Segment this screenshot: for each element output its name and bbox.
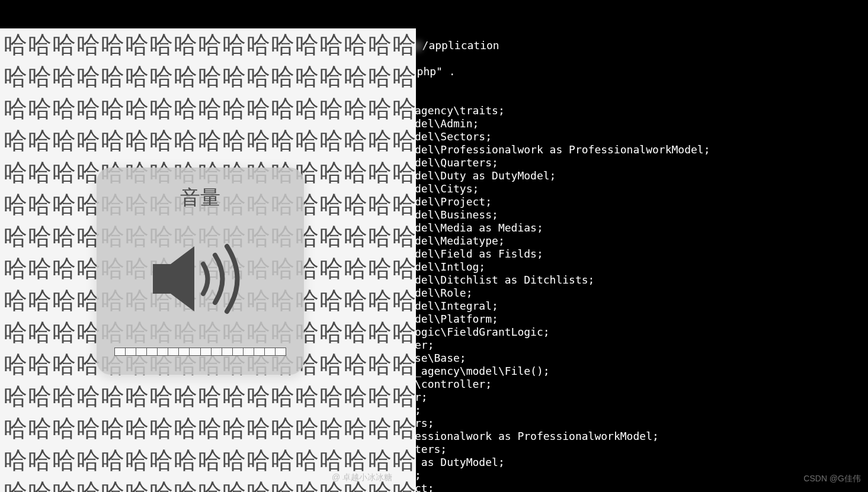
haha-row: 哈哈哈哈哈哈哈哈哈哈哈哈哈哈哈哈哈哈 [0, 124, 416, 156]
volume-segment [168, 348, 179, 355]
volume-segment [265, 348, 276, 355]
volume-title: 音量 [180, 185, 220, 210]
svg-marker-0 [153, 246, 194, 311]
haha-row: 哈哈哈哈哈哈哈哈哈哈哈哈哈哈哈哈哈哈 [0, 92, 416, 124]
volume-segment [136, 348, 147, 355]
volume-segment [244, 348, 254, 355]
haha-row: 哈哈哈哈哈哈哈哈哈哈哈哈哈哈哈哈哈哈 [0, 60, 416, 92]
volume-segment [276, 348, 286, 355]
weibo-watermark: @ 卓越小冰冰糖 [332, 472, 392, 483]
volume-segment [212, 348, 222, 355]
volume-segment [147, 348, 158, 355]
volume-segment [190, 348, 200, 355]
volume-segment [115, 348, 126, 355]
speaker-icon [97, 210, 304, 348]
volume-segment [233, 348, 244, 355]
prompt-text: /application [422, 39, 499, 52]
volume-segment [179, 348, 190, 355]
volume-segment [254, 348, 265, 355]
volume-segment [126, 348, 136, 355]
haha-row: 哈哈哈哈哈哈哈哈哈哈哈哈哈哈哈哈哈哈 [0, 412, 416, 444]
volume-osd: 音量 [97, 168, 304, 375]
volume-level-bar [114, 348, 286, 356]
haha-row: 哈哈哈哈哈哈哈哈哈哈哈哈哈哈哈哈哈哈 [0, 380, 416, 412]
haha-row: 哈哈哈哈哈哈哈哈哈哈哈哈哈哈哈哈哈哈 [0, 28, 416, 60]
volume-segment [222, 348, 233, 355]
volume-segment [201, 348, 212, 355]
haha-row: 哈哈哈哈哈哈哈哈哈哈哈哈哈哈哈哈哈哈 [0, 444, 416, 476]
csdn-watermark: CSDN @G佳伟 [803, 474, 861, 484]
volume-segment [158, 348, 168, 355]
